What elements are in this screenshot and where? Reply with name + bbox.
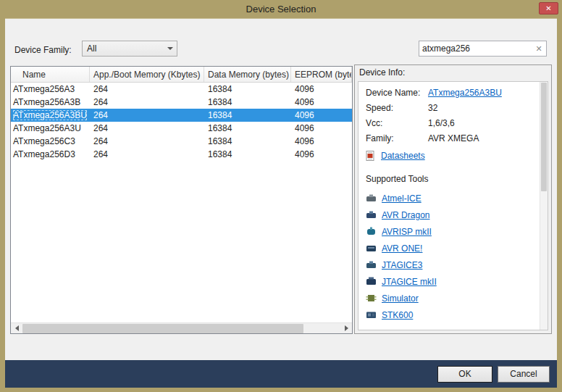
table-row[interactable]: ATxmega256A3 264 16384 4096	[11, 83, 352, 96]
supported-tools-heading: Supported Tools	[366, 174, 540, 184]
cell-name: ATxmega256C3	[11, 136, 90, 146]
vertical-scroll-thumb[interactable]	[541, 83, 547, 191]
speed-row: Speed: 32	[366, 103, 540, 113]
cell-name: ATxmega256A3U	[11, 123, 90, 133]
device-info-panel: Device Info: Device Name: ATxmega256A3BU…	[354, 64, 552, 334]
cell-data-memory: 16384	[204, 123, 291, 133]
tool-link-stk600[interactable]: STK600	[382, 310, 413, 320]
tool-link-simulator[interactable]: Simulator	[382, 293, 419, 304]
window-title: Device Selection	[246, 4, 316, 14]
table-row[interactable]: ATxmega256A3U 264 16384 4096	[11, 122, 352, 135]
family-value: AVR XMEGA	[428, 133, 479, 143]
family-row: Family: AVR XMEGA	[366, 133, 540, 143]
cell-eeprom: 4096	[291, 123, 352, 133]
cell-data-memory: 16384	[204, 136, 291, 146]
tool-row: STK600	[366, 306, 540, 323]
jtagice3-icon	[366, 260, 377, 270]
tool-link-jtagice3[interactable]: JTAGICE3	[382, 260, 422, 270]
cell-eeprom: 4096	[291, 97, 352, 107]
cell-data-memory: 16384	[204, 84, 291, 94]
stk600-icon	[366, 310, 377, 320]
cancel-button[interactable]: Cancel	[498, 366, 550, 383]
ok-button[interactable]: OK	[437, 366, 492, 383]
tool-row: JTAGICE3	[366, 257, 540, 273]
table-header-row: Name App./Boot Memory (Kbytes) Data Memo…	[11, 67, 352, 83]
jtagice-mkii-icon	[366, 277, 377, 286]
avr-one-icon	[366, 243, 377, 253]
cell-eeprom: 4096	[291, 84, 352, 94]
cell-app-boot-memory: 264	[90, 110, 204, 120]
device-family-label: Device Family:	[14, 45, 72, 55]
tool-row: AVR ONE!	[366, 240, 540, 257]
cell-name: ATxmega256D3	[11, 149, 90, 159]
vertical-scrollbar[interactable]	[540, 82, 548, 330]
cell-data-memory: 16384	[204, 97, 291, 107]
pdf-datasheet-icon	[366, 151, 377, 161]
clear-search-icon[interactable]: ✕	[532, 44, 546, 54]
datasheets-row: Datasheets	[366, 151, 540, 161]
cell-name: ATxmega256A3	[11, 84, 90, 94]
vcc-label: Vcc:	[366, 118, 428, 128]
vcc-value: 1,6/3,6	[428, 118, 455, 128]
chevron-down-icon[interactable]	[164, 47, 177, 50]
device-family-dropdown[interactable]: All	[82, 41, 177, 57]
tool-row: Simulator	[366, 290, 540, 306]
tool-link-avr-one[interactable]: AVR ONE!	[382, 243, 422, 254]
cell-data-memory: 16384	[204, 110, 291, 120]
tool-row: Atmel-ICE	[366, 190, 540, 207]
table-row[interactable]: ATxmega256C3 264 16384 4096	[11, 135, 352, 148]
speed-label: Speed:	[366, 103, 428, 113]
cell-data-memory: 16384	[204, 149, 291, 159]
cell-eeprom: 4096	[291, 149, 352, 159]
avr-dragon-icon	[366, 210, 377, 220]
datasheets-link[interactable]: Datasheets	[381, 151, 425, 161]
close-icon[interactable]: ✕	[539, 2, 558, 14]
cell-name: ATxmega256A3BU	[11, 110, 90, 120]
device-search-box: ✕	[419, 41, 547, 57]
device-name-row: Device Name: ATxmega256A3BU	[366, 88, 540, 98]
tool-row: AVR Dragon	[366, 207, 540, 223]
column-header-eeprom[interactable]: EEPROM (bytes)	[291, 67, 352, 82]
dialog-footer: OK Cancel	[5, 360, 557, 388]
dialog-content: Device Family: All ✕ Name App./Boot Memo…	[5, 18, 557, 360]
vcc-row: Vcc: 1,6/3,6	[366, 118, 540, 128]
tool-row: AVRISP mkII	[366, 223, 540, 240]
cell-eeprom: 4096	[291, 110, 352, 120]
simulator-icon	[366, 293, 377, 303]
search-input[interactable]	[419, 43, 532, 54]
device-table: Name App./Boot Memory (Kbytes) Data Memo…	[10, 66, 353, 334]
device-family-selected-value: All	[83, 43, 164, 54]
scroll-left-icon[interactable]	[11, 323, 22, 334]
cell-eeprom: 4096	[291, 136, 352, 146]
family-label: Family:	[366, 133, 428, 143]
cell-app-boot-memory: 264	[90, 97, 204, 107]
cell-app-boot-memory: 264	[90, 136, 204, 146]
column-header-app-boot-memory[interactable]: App./Boot Memory (Kbytes)	[90, 67, 204, 82]
cell-app-boot-memory: 264	[90, 149, 204, 159]
speed-value: 32	[428, 103, 437, 113]
tool-link-avr-dragon[interactable]: AVR Dragon	[382, 210, 429, 220]
title-bar[interactable]: Device Selection ✕	[0, 0, 562, 18]
column-header-name[interactable]: Name	[11, 67, 90, 82]
horizontal-scroll-thumb[interactable]	[22, 324, 303, 333]
tool-link-jtagice-mkii[interactable]: JTAGICE mkII	[382, 277, 437, 287]
device-name-link[interactable]: ATxmega256A3BU	[428, 88, 502, 98]
table-row[interactable]: ATxmega256A3B 264 16384 4096	[11, 96, 352, 109]
device-info-caption: Device Info:	[355, 65, 551, 80]
horizontal-scrollbar[interactable]	[11, 322, 352, 333]
device-selection-dialog: Device Selection ✕ Device Family: All ✕ …	[0, 0, 562, 392]
scroll-right-icon[interactable]	[340, 323, 352, 334]
column-header-data-memory[interactable]: Data Memory (bytes)	[204, 67, 291, 82]
table-row-selected[interactable]: ATxmega256A3BU 264 16384 4096	[11, 109, 352, 122]
cell-app-boot-memory: 264	[90, 84, 204, 94]
cell-app-boot-memory: 264	[90, 123, 204, 133]
tool-link-atmel-ice[interactable]: Atmel-ICE	[382, 193, 422, 204]
cell-name: ATxmega256A3B	[11, 97, 90, 107]
tool-row: JTAGICE mkII	[366, 273, 540, 290]
tool-link-avrisp-mkii[interactable]: AVRISP mkII	[382, 227, 432, 237]
table-row[interactable]: ATxmega256D3 264 16384 4096	[11, 148, 352, 161]
atmel-ice-icon	[366, 193, 377, 203]
device-name-label: Device Name:	[366, 88, 428, 98]
avrisp-mkii-icon	[366, 227, 377, 236]
device-info-details: Device Name: ATxmega256A3BU Speed: 32 Vc…	[358, 81, 548, 330]
